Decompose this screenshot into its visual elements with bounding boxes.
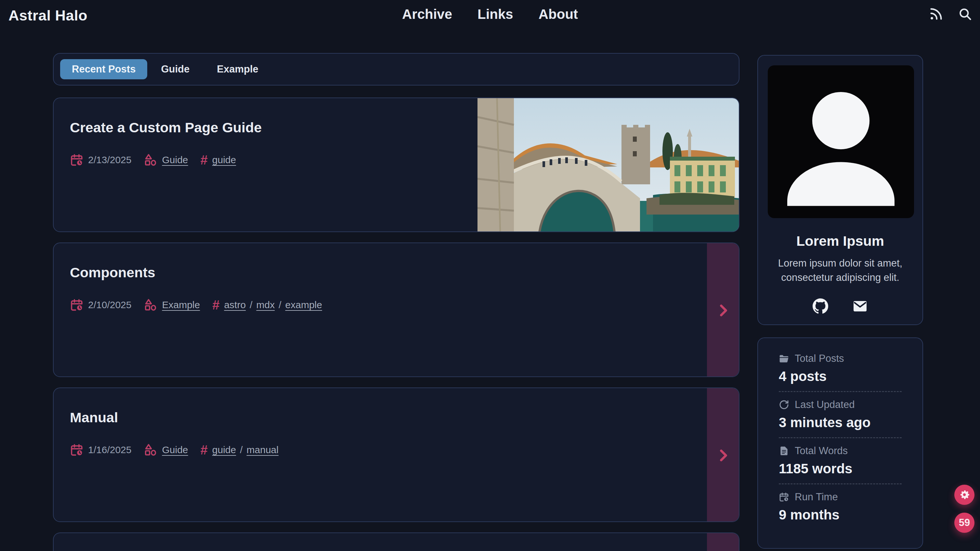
stat-value-text: 4 posts <box>779 369 902 384</box>
post-date-text: 2/10/2025 <box>88 299 131 311</box>
nav-actions <box>929 6 972 21</box>
tab-guide[interactable]: Guide <box>147 59 203 79</box>
post-filter-tabs: Recent Posts Guide Example <box>53 53 740 86</box>
post-date: 2/10/2025 <box>70 298 131 312</box>
gear-icon <box>959 489 970 500</box>
tag-link[interactable]: astro <box>224 299 246 311</box>
post-date: 2/13/2025 <box>70 153 131 167</box>
scroll-percentage-badge[interactable]: 59 <box>955 513 974 533</box>
tag-link[interactable]: mdx <box>256 299 275 311</box>
tab-recent-posts[interactable]: Recent Posts <box>60 59 147 79</box>
post-tags: # guide / manual <box>200 443 278 456</box>
rss-icon[interactable] <box>929 6 943 21</box>
post-enter-strip[interactable] <box>707 532 740 551</box>
refresh-icon <box>779 400 789 410</box>
profile-name: Lorem Ipsum <box>768 233 913 249</box>
post-category: Guide <box>144 443 188 457</box>
post-meta: 1/16/2025 Guide # guide / manual <box>70 443 739 457</box>
post-card[interactable]: Components 2/10/2025 Example # <box>53 242 740 377</box>
category-link[interactable]: Guide <box>162 444 188 455</box>
post-enter-strip[interactable] <box>707 242 740 377</box>
search-icon[interactable] <box>958 7 972 21</box>
post-date-text: 1/16/2025 <box>88 444 131 455</box>
tag-separator: / <box>240 444 242 455</box>
stat-value-text: 3 minutes ago <box>779 415 902 430</box>
nav-item-links[interactable]: Links <box>477 6 513 22</box>
post-card-partial[interactable] <box>53 532 740 551</box>
hash-icon: # <box>200 153 208 166</box>
tab-example[interactable]: Example <box>203 59 272 79</box>
profile-links <box>768 298 913 314</box>
post-category: Example <box>144 298 200 312</box>
mail-icon[interactable] <box>852 298 868 314</box>
post-title: Components <box>70 264 739 280</box>
sidebar: Lorem Ipsum Lorem ipsum dolor sit amet, … <box>757 55 923 549</box>
stat-value-text: 9 months <box>779 507 902 523</box>
stat-label-text: Total Posts <box>795 353 844 365</box>
calendar-clock-icon <box>70 443 84 457</box>
site-stats-card: Total Posts 4 posts Last Updated 3 minut… <box>757 338 923 549</box>
category-link[interactable]: Guide <box>162 154 188 166</box>
person-icon <box>768 72 914 218</box>
post-tags: # guide <box>200 153 236 166</box>
tag-separator: / <box>278 299 281 311</box>
bridge-photo-illustration <box>477 97 740 232</box>
tag-link[interactable]: manual <box>247 444 278 455</box>
calendar-clock-icon <box>779 492 789 502</box>
post-category: Guide <box>144 153 188 167</box>
calendar-clock-icon <box>70 153 84 167</box>
stat-label-text: Run Time <box>795 491 838 503</box>
post-tags: # astro / mdx / example <box>212 298 322 311</box>
stat-value-text: 1185 words <box>779 461 902 476</box>
post-card[interactable]: Manual 1/16/2025 Guide # <box>53 387 740 522</box>
main-content: Recent Posts Guide Example Create a Cust… <box>53 53 740 551</box>
shapes-icon <box>144 153 158 167</box>
nav-item-about[interactable]: About <box>539 6 578 22</box>
nav-item-archive[interactable]: Archive <box>402 6 452 22</box>
settings-button[interactable] <box>955 485 974 505</box>
tag-link[interactable]: guide <box>212 154 236 166</box>
profile-bio: Lorem ipsum dolor sit amet, consectetur … <box>768 256 913 285</box>
main-nav: Archive Links About <box>0 6 980 22</box>
stat-total-posts: Total Posts 4 posts <box>779 346 902 391</box>
profile-card: Lorem Ipsum Lorem ipsum dolor sit amet, … <box>757 55 923 325</box>
post-date: 1/16/2025 <box>70 443 131 457</box>
category-link[interactable]: Example <box>162 299 200 311</box>
stat-last-updated: Last Updated 3 minutes ago <box>779 391 902 437</box>
stat-total-words: Total Words 1185 words <box>779 437 902 483</box>
github-icon[interactable] <box>813 298 828 314</box>
post-cover-image <box>477 97 740 232</box>
chevron-right-icon <box>715 302 731 318</box>
post-enter-strip[interactable] <box>707 387 740 522</box>
post-meta: 2/10/2025 Example # astro / mdx / exam <box>70 298 739 312</box>
stat-label-text: Last Updated <box>795 399 854 411</box>
stat-label-text: Total Words <box>795 445 848 457</box>
shapes-icon <box>144 298 158 312</box>
hash-icon: # <box>200 443 208 456</box>
post-date-text: 2/13/2025 <box>88 154 131 166</box>
hash-icon: # <box>212 298 220 311</box>
post-title: Manual <box>70 409 739 425</box>
folder-icon <box>779 354 789 364</box>
tag-link[interactable]: guide <box>212 444 236 455</box>
post-card[interactable]: Create a Custom Page Guide 2/13/2025 Gui… <box>53 97 740 232</box>
tag-link[interactable]: example <box>285 299 322 311</box>
calendar-clock-icon <box>70 298 84 312</box>
document-icon <box>779 446 789 456</box>
navbar: Astral Halo Archive Links About <box>0 0 980 29</box>
tag-separator: / <box>250 299 252 311</box>
avatar <box>768 65 914 218</box>
shapes-icon <box>144 443 158 457</box>
chevron-right-icon <box>715 447 731 463</box>
stat-run-time: Run Time 9 months <box>779 483 902 530</box>
